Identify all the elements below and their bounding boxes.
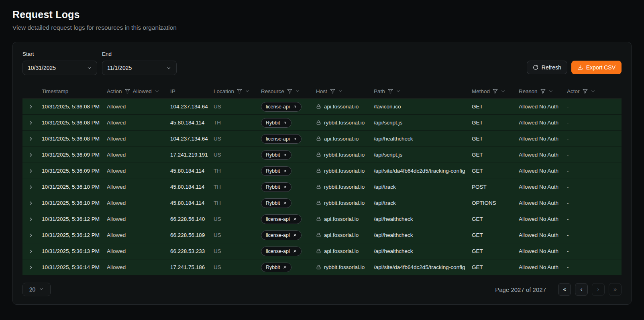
external-link-arrow-icon [293,217,297,221]
table-row[interactable]: 10/31/2025, 5:36:12 PM Allowed 66.228.56… [22,227,622,243]
last-page-icon: » [613,286,617,293]
location-cell: TH [214,184,261,190]
filter-icon[interactable] [493,89,498,94]
chevron-down-icon[interactable] [155,89,159,94]
location-cell: US [214,216,261,222]
expand-cell [22,168,42,174]
table-row[interactable]: 10/31/2025, 5:36:08 PM Allowed 104.237.1… [22,131,622,147]
column-header-location: Location [214,88,261,94]
host-name: rybbit.fossorial.io [324,168,365,174]
chevron-right-icon[interactable] [28,265,34,270]
first-page-icon: « [562,286,566,293]
resource-link-badge[interactable]: license-api [261,230,302,240]
method-cell: GET [472,248,519,254]
chevron-down-icon[interactable] [396,89,401,94]
actor-cell: - [567,200,622,206]
first-page-button[interactable]: « [558,283,571,296]
table-row[interactable]: 10/31/2025, 5:36:12 PM Allowed 66.228.56… [22,211,622,227]
chevron-right-icon[interactable] [28,249,34,254]
filter-icon[interactable] [388,89,393,94]
chevron-right-icon[interactable] [28,216,34,222]
location-cell: US [214,232,261,238]
chevron-right-icon[interactable] [28,168,34,174]
expand-cell [22,200,42,206]
resource-link-badge[interactable]: Rybbit [261,182,291,192]
resource-link-badge[interactable]: license-api [261,134,302,144]
table-row[interactable]: 10/31/2025, 5:36:13 PM Allowed 66.228.53… [22,243,622,259]
timestamp-cell: 10/31/2025, 5:36:10 PM [42,200,107,206]
table-row[interactable]: 10/31/2025, 5:36:10 PM Allowed 45.80.184… [22,179,622,195]
page-size-select[interactable]: 20 [22,283,51,296]
next-page-button[interactable]: › [592,283,605,296]
last-page-button[interactable]: » [609,283,622,296]
resource-name: license-api [266,249,290,254]
resource-cell: Rybbit [261,166,316,176]
expand-cell [22,184,42,190]
column-header-ip: IP [170,88,214,94]
column-header-actor: Actor [567,88,622,94]
chevron-right-icon[interactable] [28,184,34,190]
export-csv-button[interactable]: Export CSV [571,61,622,74]
chevron-right-icon[interactable] [28,200,34,206]
chevron-right-icon[interactable] [28,232,34,238]
resource-link-badge[interactable]: Rybbit [261,118,291,128]
chevron-right-icon[interactable] [28,104,34,110]
resource-link-badge[interactable]: license-api [261,102,302,112]
resource-link-badge[interactable]: license-api [261,214,302,224]
ip-cell: 45.80.184.114 [170,120,214,126]
chevron-down-icon[interactable] [591,89,595,94]
host-cell: rybbit.fossorial.io [316,120,374,126]
method-cell: OPTIONS [472,200,519,206]
resource-link-badge[interactable]: Rybbit [261,198,291,208]
resource-name: Rybbit [266,200,280,206]
filter-icon[interactable] [330,89,335,94]
refresh-button[interactable]: Refresh [527,61,567,74]
next-page-icon: › [597,286,599,293]
start-date-select[interactable]: 10/31/2025 [22,61,97,75]
filter-icon[interactable] [287,89,292,94]
table-row[interactable]: 10/31/2025, 5:36:09 PM Allowed 45.80.184… [22,163,622,179]
external-link-arrow-icon [283,201,287,205]
refresh-button-label: Refresh [542,64,561,71]
resource-link-badge[interactable]: license-api [261,247,302,256]
actor-cell: - [567,136,622,142]
method-cell: GET [472,232,519,238]
chevron-down-icon[interactable] [245,89,250,94]
resource-link-badge[interactable]: Rybbit [261,150,291,160]
table-row[interactable]: 10/31/2025, 5:36:08 PM Allowed 104.237.1… [22,99,622,115]
action-cell: Allowed [107,152,170,158]
host-cell: rybbit.fossorial.io [316,200,374,206]
host-name: api.fossorial.io [324,104,359,110]
column-header-action: Action Allowed [107,88,170,94]
filter-icon[interactable] [583,89,588,94]
table-row[interactable]: 10/31/2025, 5:36:08 PM Allowed 45.80.184… [22,115,622,131]
resource-name: license-api [266,104,290,110]
previous-page-button[interactable]: ‹ [575,283,588,296]
table-row[interactable]: 10/31/2025, 5:36:10 PM Allowed 45.80.184… [22,195,622,211]
end-date-select[interactable]: 11/1/2025 [102,61,177,75]
chevron-down-icon[interactable] [501,89,505,94]
chevron-right-icon[interactable] [28,152,34,158]
request-logs-table: Timestamp Action Allowed IP Location [22,84,622,275]
resource-link-badge[interactable]: Rybbit [261,166,291,176]
filter-icon[interactable] [237,89,242,94]
table-row[interactable]: 10/31/2025, 5:36:14 PM Allowed 17.241.75… [22,259,622,275]
resource-link-badge[interactable]: Rybbit [261,263,291,272]
column-label-path: Path [374,88,385,94]
path-cell: /favicon.ico [374,104,472,110]
filter-icon[interactable] [125,89,130,94]
action-filter-value[interactable]: Allowed [133,88,152,94]
page-info: Page 2027 of 2027 [495,286,546,293]
table-row[interactable]: 10/31/2025, 5:36:09 PM Allowed 17.241.21… [22,147,622,163]
chevron-down-icon[interactable] [295,89,300,94]
filter-icon[interactable] [540,89,546,94]
lock-icon [316,232,321,238]
chevron-right-icon[interactable] [28,120,34,126]
expand-cell [22,120,42,126]
timestamp-cell: 10/31/2025, 5:36:12 PM [42,232,107,238]
column-header-reason: Reason [519,88,567,94]
chevron-down-icon[interactable] [338,89,343,94]
host-cell: api.fossorial.io [316,232,374,238]
chevron-down-icon[interactable] [548,89,553,94]
chevron-right-icon[interactable] [28,136,34,142]
